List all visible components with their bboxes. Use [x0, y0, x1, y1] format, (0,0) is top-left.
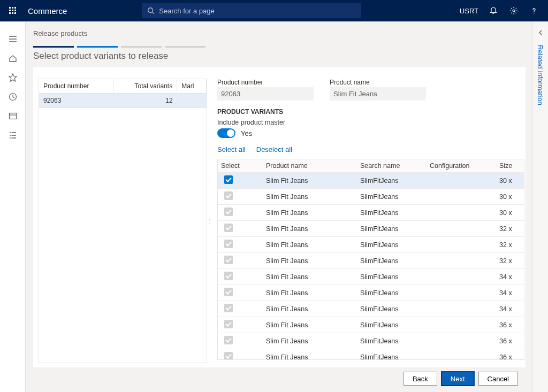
cell-configuration — [427, 189, 496, 205]
wizard-title: Select product variants to release — [33, 51, 526, 62]
wizard-step-3[interactable] — [121, 46, 162, 48]
cell-search-name: SlimFitJeans — [357, 253, 427, 269]
cell-search-name: SlimFitJeans — [357, 333, 427, 349]
col-mark[interactable]: Marl — [177, 79, 207, 94]
variant-checkbox[interactable] — [224, 272, 233, 280]
variant-checkbox[interactable] — [224, 191, 233, 200]
select-all-link[interactable]: Select all — [217, 145, 246, 153]
help-icon[interactable] — [529, 5, 539, 16]
cell-size: 34 x — [496, 285, 524, 301]
variant-checkbox[interactable] — [224, 256, 233, 264]
variant-checkbox[interactable] — [224, 352, 233, 360]
col-select[interactable]: Select — [218, 159, 263, 173]
nav-recents-icon[interactable] — [0, 87, 26, 106]
nav-home-icon[interactable] — [0, 49, 26, 68]
cell-search-name: SlimFitJeans — [357, 269, 427, 285]
notifications-icon[interactable] — [488, 5, 499, 16]
variant-checkbox[interactable] — [224, 320, 233, 328]
main-panel: Product number Total variants Marl 92063… — [33, 67, 526, 367]
product-variants-heading: PRODUCT VARIANTS — [217, 108, 524, 116]
cell-size: 36 x — [496, 317, 524, 333]
cell-search-name: SlimFitJeans — [357, 237, 427, 253]
variant-checkbox[interactable] — [224, 207, 233, 216]
variant-row[interactable]: Slim Fit JeansSlimFitJeans36 x — [218, 333, 524, 349]
deselect-all-link[interactable]: Deselect all — [256, 145, 292, 153]
include-master-toggle[interactable] — [217, 128, 235, 138]
include-master-value: Yes — [241, 129, 252, 137]
wizard-step-4[interactable] — [165, 46, 206, 48]
col-search-name[interactable]: Search name — [357, 159, 427, 173]
cell-product-name: Slim Fit Jeans — [263, 285, 357, 301]
cell-search-name: SlimFitJeans — [357, 189, 427, 205]
cancel-button[interactable]: Cancel — [478, 372, 518, 386]
variant-row[interactable]: Slim Fit JeansSlimFitJeans34 x — [218, 285, 524, 301]
variant-row[interactable]: Slim Fit JeansSlimFitJeans34 x — [218, 301, 524, 317]
svg-point-2 — [513, 10, 515, 12]
variant-row[interactable]: Slim Fit JeansSlimFitJeans30 x — [218, 189, 524, 205]
search-box[interactable] — [142, 3, 361, 18]
product-row[interactable]: 9206312 — [39, 94, 207, 108]
search-input[interactable] — [159, 7, 356, 15]
col-configuration[interactable]: Configuration — [427, 159, 496, 173]
cell-search-name: SlimFitJeans — [357, 173, 427, 189]
col-product-name[interactable]: Product name — [263, 159, 357, 173]
variant-checkbox[interactable] — [224, 224, 233, 232]
col-product-number[interactable]: Product number — [39, 79, 113, 94]
cell-product-name: Slim Fit Jeans — [263, 301, 357, 317]
nav-hamburger-icon[interactable] — [0, 29, 26, 49]
column-splitter[interactable]: ⋮ — [207, 218, 209, 224]
product-master-grid[interactable]: Product number Total variants Marl 92063… — [39, 79, 207, 363]
variant-row[interactable]: Slim Fit JeansSlimFitJeans34 x — [218, 269, 524, 285]
variant-row[interactable]: Slim Fit JeansSlimFitJeans32 x — [218, 237, 524, 253]
cell-search-name: SlimFitJeans — [357, 285, 427, 301]
back-button[interactable]: Back — [404, 372, 437, 386]
cell-total-variants: 12 — [113, 94, 177, 108]
variant-row[interactable]: Slim Fit JeansSlimFitJeans30 x — [218, 205, 524, 221]
cell-product-name: Slim Fit Jeans — [263, 221, 357, 237]
variant-checkbox[interactable] — [224, 336, 233, 344]
variant-row[interactable]: Slim Fit JeansSlimFitJeans36 x — [218, 317, 524, 333]
cell-size: 34 x — [496, 301, 524, 317]
cell-configuration — [427, 205, 496, 221]
cell-configuration — [427, 317, 496, 333]
variant-row[interactable]: Slim Fit JeansSlimFitJeans36 x — [218, 349, 524, 360]
user-label[interactable]: USRT — [460, 7, 478, 15]
nav-favorites-icon[interactable] — [0, 68, 26, 87]
wizard-step-1[interactable] — [33, 46, 74, 48]
app-name[interactable]: Commerce — [28, 6, 67, 16]
cell-product-name: Slim Fit Jeans — [263, 269, 357, 285]
col-total-variants[interactable]: Total variants — [113, 79, 177, 94]
left-nav-rail — [0, 22, 26, 392]
variant-checkbox[interactable] — [224, 288, 233, 296]
app-launcher-icon[interactable] — [0, 0, 26, 21]
cell-configuration — [427, 253, 496, 269]
col-size[interactable]: Size — [496, 159, 524, 173]
variants-grid[interactable]: Select Product name Search name Configur… — [217, 159, 524, 360]
cell-product-name: Slim Fit Jeans — [263, 173, 357, 189]
wizard-progress — [33, 46, 526, 48]
variant-row[interactable]: Slim Fit JeansSlimFitJeans32 x — [218, 221, 524, 237]
cell-configuration — [427, 237, 496, 253]
cell-search-name: SlimFitJeans — [357, 317, 427, 333]
cell-product-name: Slim Fit Jeans — [263, 237, 357, 253]
nav-workspaces-icon[interactable] — [0, 106, 26, 126]
variant-checkbox[interactable] — [224, 240, 233, 248]
cell-search-name: SlimFitJeans — [357, 205, 427, 221]
cell-configuration — [427, 285, 496, 301]
cell-search-name: SlimFitJeans — [357, 221, 427, 237]
product-number-label: Product number — [217, 79, 314, 86]
variant-checkbox[interactable] — [224, 304, 233, 312]
related-info-label[interactable]: Related information — [536, 45, 544, 105]
collapse-related-icon[interactable] — [537, 29, 544, 37]
next-button[interactable]: Next — [442, 372, 474, 386]
wizard-step-2[interactable] — [77, 46, 118, 48]
variant-row[interactable]: Slim Fit JeansSlimFitJeans30 x — [218, 173, 524, 189]
settings-icon[interactable] — [508, 5, 519, 16]
nav-modules-icon[interactable] — [0, 126, 26, 145]
variant-row[interactable]: Slim Fit JeansSlimFitJeans32 x — [218, 253, 524, 269]
product-name-label: Product name — [330, 79, 426, 86]
cell-size: 32 x — [496, 221, 524, 237]
cell-configuration — [427, 269, 496, 285]
variant-checkbox[interactable] — [224, 175, 233, 184]
cell-configuration — [427, 333, 496, 349]
